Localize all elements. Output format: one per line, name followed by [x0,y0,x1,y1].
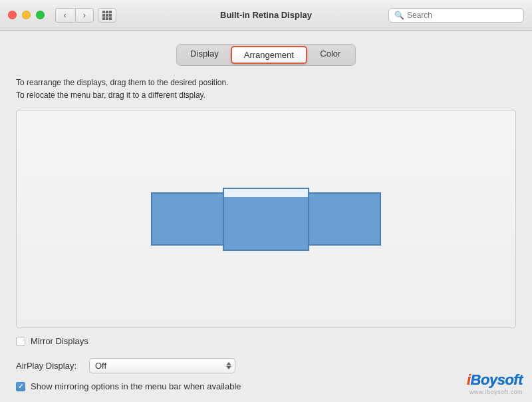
mirror-displays-checkbox[interactable] [16,337,25,346]
close-button[interactable] [8,11,17,19]
search-input[interactable] [407,11,518,20]
traffic-lights [8,11,45,19]
monitor-right[interactable] [308,192,381,246]
airplay-display-label: AirPlay Display: [16,361,82,371]
menubar [224,189,308,197]
watermark-boysoft: Boysoft [471,371,523,388]
tabs-container: Display Arrangement Color [16,44,516,66]
mirroring-options-checkbox[interactable]: ✓ [16,382,25,391]
back-icon: ‹ [64,11,66,20]
monitor-left[interactable] [151,192,224,246]
monitor-center[interactable] [223,188,309,251]
mirroring-options-label: Show mirroring options in the menu bar w… [31,381,241,391]
grid-view-button[interactable] [98,8,116,23]
airplay-select-wrapper: Off [89,358,235,373]
description-line2: To relocate the menu bar, drag it to a d… [16,89,516,102]
forward-icon: › [83,11,86,20]
description-line1: To rearrange the displays, drag them to … [16,77,516,89]
main-content: Display Arrangement Color To rearrange t… [0,31,532,402]
airplay-row: AirPlay Display: Off [16,358,516,373]
arrangement-area [16,110,516,328]
forward-button[interactable]: › [75,8,94,23]
airplay-display-select[interactable]: Off [89,358,235,373]
monitors-container [151,188,381,251]
tab-arrangement[interactable]: Arrangement [231,46,307,64]
window-title: Built-in Retina Display [220,10,312,20]
watermark-brand: iBoysoft [467,371,523,389]
tabs: Display Arrangement Color [176,44,356,66]
nav-buttons: ‹ › [55,8,94,23]
search-box[interactable]: 🔍 [388,8,524,23]
grid-icon [102,11,112,20]
mirror-displays-label: Mirror Displays [31,336,88,346]
checkmark-icon: ✓ [18,383,23,390]
titlebar: ‹ › Built-in Retina Display 🔍 [0,0,532,31]
minimize-button[interactable] [22,11,31,19]
watermark: iBoysoft www.iboysoft.com [467,371,523,395]
maximize-button[interactable] [36,11,45,19]
mirroring-row: ✓ Show mirroring options in the menu bar… [16,381,516,391]
tab-color[interactable]: Color [307,46,354,64]
tab-display[interactable]: Display [178,46,231,64]
back-button[interactable]: ‹ [55,8,74,23]
watermark-url: www.iboysoft.com [469,389,523,395]
description: To rearrange the displays, drag them to … [16,77,516,102]
search-icon: 🔍 [394,11,404,20]
mirror-row: Mirror Displays [16,336,516,346]
